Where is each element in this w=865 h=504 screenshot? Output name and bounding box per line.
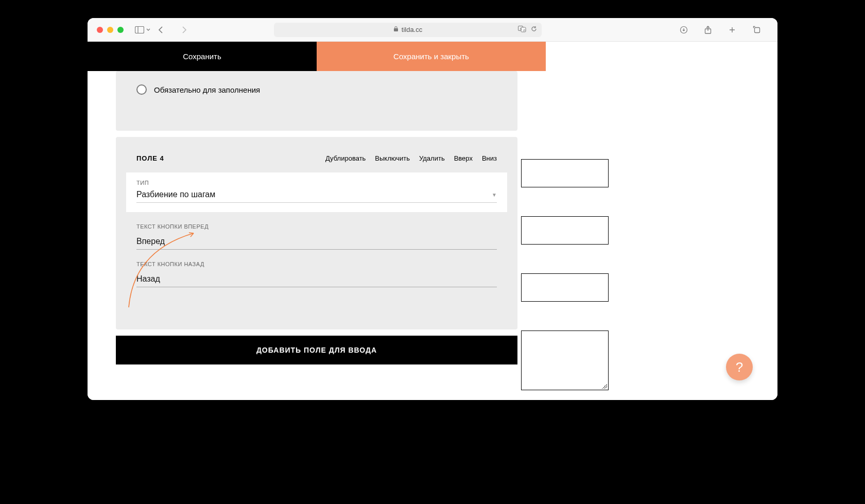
window-close-button[interactable] — [97, 27, 103, 33]
radio-icon — [136, 84, 147, 95]
panel-actions: Дублировать Выключить Удалить Вверх Вниз — [325, 154, 497, 162]
panel-title: ПОЛЕ 4 — [136, 154, 164, 162]
svg-text:A: A — [520, 27, 522, 30]
browser-window: tilda.cc Aあ — [88, 18, 777, 400]
preview-form — [521, 159, 609, 390]
preview-pane — [546, 42, 777, 400]
traffic-lights — [97, 27, 124, 33]
forward-text-input[interactable] — [136, 234, 497, 250]
delete-action[interactable]: Удалить — [419, 154, 445, 162]
top-button-bar: Сохранить Сохранить и закрыть — [88, 42, 546, 71]
svg-rect-2 — [394, 28, 398, 31]
content-area: Сохранить Сохранить и закрыть Обязательн… — [88, 42, 777, 400]
new-tab-icon[interactable] — [728, 25, 736, 34]
panel-header: ПОЛЕ 4 Дублировать Выключить Удалить Вве… — [136, 154, 497, 162]
type-label: ТИП — [136, 180, 497, 186]
svg-text:あ: あ — [523, 28, 526, 31]
svg-rect-0 — [135, 26, 144, 33]
tabs-overview-icon[interactable] — [753, 25, 761, 34]
translate-icon[interactable]: Aあ — [518, 25, 526, 34]
duplicate-action[interactable]: Дублировать — [325, 154, 366, 162]
preview-input-1[interactable] — [521, 159, 609, 187]
field-4-panel: ПОЛЕ 4 Дублировать Выключить Удалить Вве… — [116, 137, 517, 329]
download-icon[interactable] — [680, 25, 688, 34]
url-text: tilda.cc — [402, 26, 422, 33]
chevron-down-icon[interactable] — [146, 28, 150, 32]
type-box: ТИП Разбиение по шагам ▼ — [126, 172, 507, 212]
preview-input-2[interactable] — [521, 216, 609, 245]
back-label: ТЕКСТ КНОПКИ НАЗАД — [136, 261, 497, 267]
previous-field-panel: Обязательно для заполнения — [116, 71, 517, 131]
back-button[interactable] — [158, 26, 164, 34]
preview-textarea[interactable] — [521, 331, 609, 390]
browser-toolbar: tilda.cc Aあ — [88, 18, 777, 42]
forward-label: ТЕКСТ КНОПКИ ВПЕРЕД — [136, 223, 497, 230]
window-maximize-button[interactable] — [117, 27, 124, 33]
editor-pane: Обязательно для заполнения ПОЛЕ 4 Дублир… — [88, 42, 546, 400]
chevron-down-icon: ▼ — [492, 192, 497, 198]
add-field-button[interactable]: ДОБАВИТЬ ПОЛЕ ДЛЯ ВВОДА — [116, 336, 517, 364]
type-value: Разбиение по шагам — [136, 190, 215, 199]
move-down-action[interactable]: Вниз — [482, 154, 497, 162]
help-button[interactable]: ? — [726, 354, 753, 380]
sidebar-toggle-icon[interactable] — [135, 26, 144, 33]
move-up-action[interactable]: Вверх — [454, 154, 473, 162]
required-label: Обязательно для заполнения — [154, 85, 260, 94]
disable-action[interactable]: Выключить — [375, 154, 410, 162]
back-text-group: ТЕКСТ КНОПКИ НАЗАД — [136, 261, 497, 287]
window-minimize-button[interactable] — [107, 27, 113, 33]
lock-icon — [393, 26, 399, 33]
forward-button[interactable] — [181, 26, 187, 34]
save-and-close-button[interactable]: Сохранить и закрыть — [317, 42, 546, 71]
preview-input-3[interactable] — [521, 273, 609, 302]
required-checkbox-row[interactable]: Обязательно для заполнения — [136, 84, 497, 95]
type-select[interactable]: Разбиение по шагам ▼ — [136, 190, 497, 203]
forward-text-group: ТЕКСТ КНОПКИ ВПЕРЕД — [136, 223, 497, 250]
save-button[interactable]: Сохранить — [88, 42, 317, 71]
svg-rect-9 — [755, 27, 760, 32]
reload-icon[interactable] — [530, 25, 538, 34]
share-icon[interactable] — [704, 25, 712, 34]
back-text-input[interactable] — [136, 271, 497, 287]
address-bar[interactable]: tilda.cc Aあ — [274, 23, 542, 37]
